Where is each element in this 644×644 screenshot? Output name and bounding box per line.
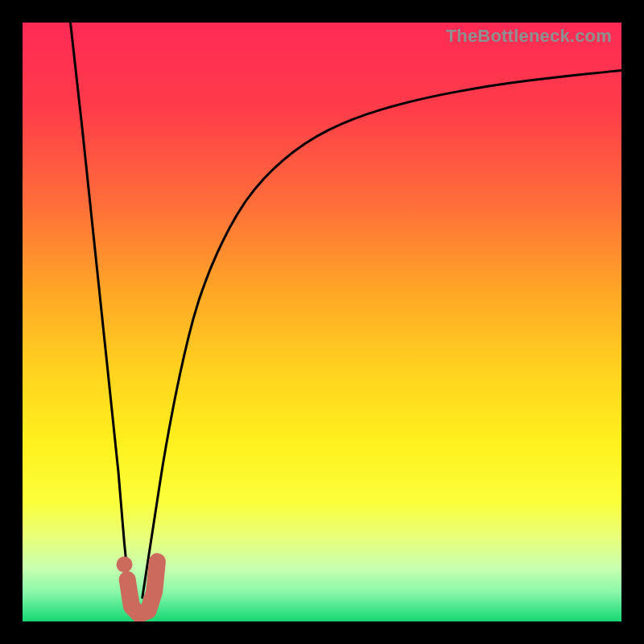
j-marker xyxy=(127,562,157,615)
curve-left-branch xyxy=(71,23,130,604)
watermark-label: TheBottleneck.com xyxy=(446,26,612,47)
plot-area: TheBottleneck.com xyxy=(23,23,621,621)
j-marker-dot xyxy=(117,556,133,572)
chart-frame: TheBottleneck.com xyxy=(0,0,644,644)
chart-curves xyxy=(23,23,621,621)
curve-right-branch xyxy=(142,70,621,597)
